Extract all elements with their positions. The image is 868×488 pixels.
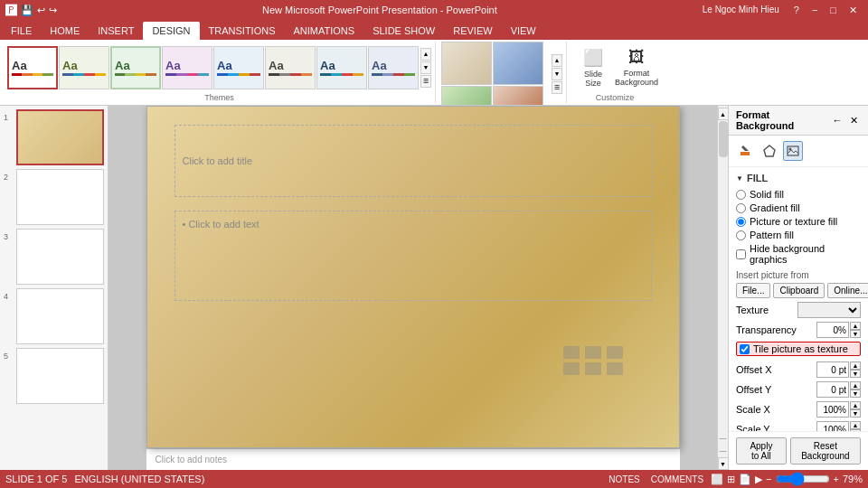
picture-icon-btn[interactable] <box>783 141 803 161</box>
fill-color-icon-btn[interactable] <box>736 141 756 161</box>
scroll-down[interactable]: ▼ <box>420 61 431 74</box>
tab-view[interactable]: VIEW <box>502 22 545 40</box>
comments-button[interactable]: COMMENTS <box>647 474 707 484</box>
scroll-up[interactable]: ▲ <box>420 48 431 61</box>
scroll-more[interactable]: ☰ <box>420 75 431 88</box>
transparency-input[interactable] <box>816 322 849 338</box>
title-placeholder[interactable]: Click to add title <box>175 125 652 197</box>
variant-4[interactable] <box>493 86 543 105</box>
theme-6[interactable]: Aa <box>265 46 316 89</box>
apply-to-all-button[interactable]: Apply to All <box>736 437 787 465</box>
tab-file[interactable]: FILE <box>2 22 41 40</box>
picture-fill-radio[interactable] <box>736 217 746 227</box>
text-placeholder[interactable]: • Click to add text <box>175 211 652 301</box>
theme-4[interactable]: Aa <box>162 46 212 89</box>
offset-y-down[interactable]: ▼ <box>850 389 861 398</box>
gradient-fill-row[interactable]: Gradient fill <box>736 202 861 213</box>
panel-close-button[interactable]: ✕ <box>846 113 861 127</box>
scale-x-down[interactable]: ▼ <box>850 409 861 418</box>
tab-review[interactable]: REVIEW <box>444 22 501 40</box>
online-button[interactable]: Online... <box>827 283 868 298</box>
view-slideshow-icon[interactable]: ▶ <box>755 474 762 485</box>
tab-insert[interactable]: INSERT <box>89 22 143 40</box>
view-normal-icon[interactable]: ⬜ <box>711 474 723 485</box>
slide-thumb-1[interactable] <box>16 109 104 165</box>
notes-bar[interactable]: Click to add notes <box>146 448 680 470</box>
variant-1[interactable] <box>441 42 492 85</box>
scrollbar-pip-2[interactable]: — <box>720 445 727 457</box>
scale-x-up[interactable]: ▲ <box>850 401 861 409</box>
tab-slideshow[interactable]: SLIDE SHOW <box>363 22 444 40</box>
quick-access-save[interactable]: 💾 <box>21 5 33 16</box>
offset-x-down[interactable]: ▼ <box>850 370 861 378</box>
variants-scroll-up[interactable]: ▲ <box>552 54 562 67</box>
theme-5[interactable]: Aa <box>213 46 264 89</box>
transparency-down[interactable]: ▼ <box>850 330 861 338</box>
pattern-fill-row[interactable]: Pattern fill <box>736 230 861 240</box>
slide-thumb-5[interactable] <box>16 348 104 404</box>
variant-2[interactable] <box>493 42 543 85</box>
view-slidesorter-icon[interactable]: ⊞ <box>727 474 735 485</box>
slide-thumb-4-container[interactable]: 4 <box>4 288 104 344</box>
zoom-out-icon[interactable]: − <box>766 474 771 484</box>
tab-transitions[interactable]: TRANSITIONS <box>200 22 285 40</box>
variants-scroll-down[interactable]: ▼ <box>552 68 562 80</box>
tab-home[interactable]: HOME <box>41 22 89 40</box>
variants-scroll-more[interactable]: ☰ <box>552 81 562 94</box>
theme-3[interactable]: Aa <box>110 46 161 89</box>
theme-8[interactable]: Aa <box>368 46 419 89</box>
effects-icon-btn[interactable] <box>760 141 779 161</box>
reset-background-button[interactable]: Reset Background <box>790 437 861 465</box>
solid-fill-radio[interactable] <box>736 190 746 200</box>
offset-y-up[interactable]: ▲ <box>850 381 861 389</box>
notes-button[interactable]: NOTES <box>605 474 643 484</box>
zoom-in-icon[interactable]: + <box>834 474 839 484</box>
panel-back-button[interactable]: ← <box>830 113 844 127</box>
scale-y-input[interactable] <box>816 421 849 431</box>
hide-bg-graphics-row[interactable]: Hide background graphics <box>736 243 861 265</box>
slide-canvas[interactable]: Click to add title • Click to add text <box>146 106 680 448</box>
scrollbar-up[interactable]: ▲ <box>718 108 729 120</box>
theme-1[interactable]: Aa <box>7 46 58 89</box>
tile-picture-checkbox[interactable] <box>740 344 750 354</box>
clipboard-button[interactable]: Clipboard <box>773 283 825 298</box>
scrollbar-thumb[interactable] <box>719 121 728 157</box>
slide-size-button[interactable]: ⬜ SlideSize <box>572 42 614 93</box>
zoom-slider[interactable] <box>776 474 830 484</box>
offset-x-input[interactable] <box>816 361 849 378</box>
quick-access-redo[interactable]: ↪ <box>49 5 57 16</box>
variant-3[interactable] <box>441 86 492 105</box>
scrollbar-down[interactable]: ▼ <box>718 457 729 470</box>
picture-texture-fill-row[interactable]: Picture or texture fill <box>736 216 861 227</box>
tile-picture-row[interactable]: Tile picture as texture <box>736 342 861 356</box>
texture-select[interactable] <box>797 302 861 318</box>
offset-x-up[interactable]: ▲ <box>850 361 861 370</box>
slide-thumb-4[interactable] <box>16 288 104 344</box>
theme-2[interactable]: Aa <box>59 46 109 89</box>
scrollbar-pip-1[interactable]: — <box>720 432 727 445</box>
minimize-button[interactable]: − <box>807 5 823 16</box>
help-button[interactable]: ? <box>788 5 805 16</box>
gradient-fill-radio[interactable] <box>736 203 746 213</box>
pattern-fill-radio[interactable] <box>736 230 746 240</box>
slide-thumb-2-container[interactable]: 2 <box>4 169 104 225</box>
slide-thumb-3[interactable] <box>16 229 104 285</box>
offset-y-input[interactable] <box>816 381 849 398</box>
slide-thumb-1-container[interactable]: 1 <box>4 109 104 165</box>
theme-7[interactable]: Aa <box>316 46 367 89</box>
slide-thumb-3-container[interactable]: 3 <box>4 229 104 285</box>
view-reading-icon[interactable]: 📄 <box>739 474 751 485</box>
fill-section-header[interactable]: ▼ FILL <box>736 173 861 183</box>
close-button[interactable]: ✕ <box>844 5 863 16</box>
transparency-up[interactable]: ▲ <box>850 322 861 330</box>
variants-scroll[interactable]: ▲ ▼ ☰ <box>552 54 562 94</box>
format-background-button[interactable]: 🖼 FormatBackground <box>616 42 657 93</box>
slide-thumb-5-container[interactable]: 5 <box>4 348 104 404</box>
quick-access-undo[interactable]: ↩ <box>37 5 45 16</box>
scale-x-input[interactable] <box>816 401 849 418</box>
slide-thumb-2[interactable] <box>16 169 104 225</box>
hide-bg-checkbox[interactable] <box>736 249 746 259</box>
file-button[interactable]: File... <box>736 283 770 298</box>
canvas-scrollbar[interactable]: ▲ — — ▼ <box>717 106 728 470</box>
themes-scroll[interactable]: ▲ ▼ ☰ <box>420 48 431 88</box>
